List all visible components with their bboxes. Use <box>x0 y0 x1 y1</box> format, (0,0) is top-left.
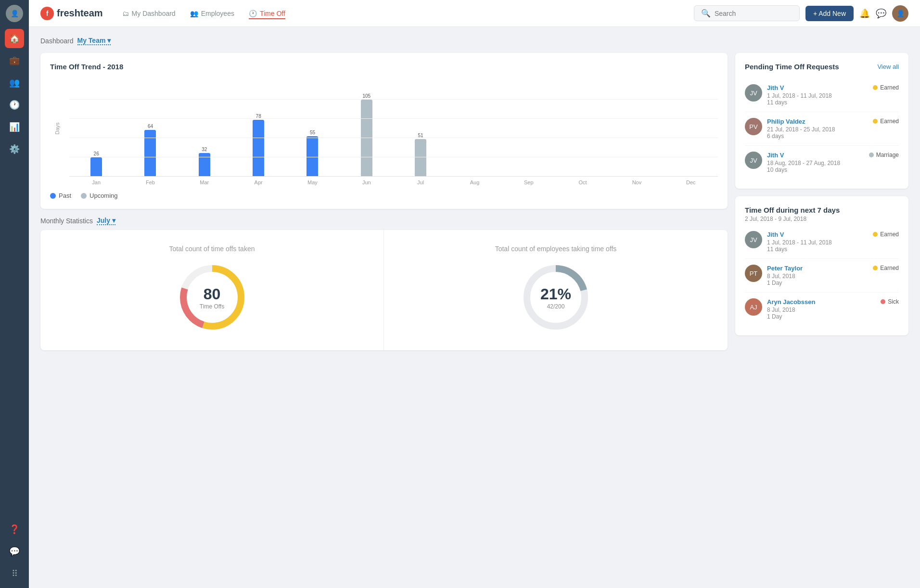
earned-dot-2 <box>873 119 878 124</box>
next7-header: Time Off during next 7 days 2 Jul, 2018 … <box>745 206 899 222</box>
sidebar-item-help[interactable]: ❓ <box>5 520 24 539</box>
next7-name-2[interactable]: Peter Taylor <box>767 265 868 272</box>
req-info-1: Jith V 1 Jul, 2018 - 11 Jul, 2018 11 day… <box>767 84 868 106</box>
employees-stat: Total count of employees taking time off… <box>384 230 728 350</box>
marriage-dot <box>869 153 874 157</box>
next7-name-3[interactable]: Aryn Jacobssen <box>767 298 876 306</box>
req-info-3: Jith V 18 Aug, 2018 - 27 Aug, 2018 10 da… <box>767 152 864 173</box>
timeoff-icon: 🕐 <box>249 10 257 17</box>
user-avatar[interactable]: 👤 <box>892 5 908 22</box>
next7-badge-3: Sick <box>881 298 899 305</box>
earned-dot-1 <box>873 85 878 90</box>
main-content: f freshteam 🗂 My Dashboard 👥 Employees 🕐… <box>29 0 920 588</box>
employees-donut-center: 21% 42/200 <box>540 285 571 309</box>
employees-donut-container: 21% 42/200 <box>517 259 594 336</box>
next7-date-3: 8 Jul, 2018 <box>767 307 876 313</box>
next7-avatar-2: PT <box>745 265 762 282</box>
logo-icon: f <box>40 7 54 20</box>
notifications-icon[interactable]: 🔔 <box>859 8 870 19</box>
next7-days-1: 11 days <box>767 246 868 253</box>
bar-group-apr: 78 <box>231 80 285 177</box>
logo: f freshteam <box>40 7 103 20</box>
search-input[interactable] <box>715 10 792 17</box>
next7-info-3: Aryn Jacobssen 8 Jul, 2018 1 Day <box>767 298 876 320</box>
req-days-3: 10 days <box>767 166 864 173</box>
bar-group-oct <box>556 80 610 177</box>
sidebar-item-home[interactable]: 🏠 <box>5 29 24 48</box>
req-badge-2: Earned <box>873 118 899 125</box>
bar-group-sep <box>502 80 556 177</box>
next7-item-1: JV Jith V 1 Jul, 2018 - 11 Jul, 2018 11 … <box>745 225 899 259</box>
sidebar-item-settings[interactable]: ⚙️ <box>5 140 24 159</box>
req-avatar-3: JV <box>745 152 762 169</box>
next7-earned-dot-2 <box>873 266 878 270</box>
req-name-1[interactable]: Jith V <box>767 84 868 91</box>
my-team-dropdown[interactable]: My Team ▾ <box>77 37 111 45</box>
sidebar-item-jobs[interactable]: 💼 <box>5 51 24 70</box>
bar-group-aug <box>447 80 501 177</box>
search-box[interactable]: 🔍 <box>694 5 800 21</box>
bar-group-mar: 32 <box>178 80 231 177</box>
next7-days-2: 1 Day <box>767 280 868 286</box>
sidebar-item-grid[interactable]: ⠿ <box>5 564 24 583</box>
chart-legend: Past Upcoming <box>50 192 718 199</box>
sick-dot <box>881 299 885 304</box>
nav-time-off[interactable]: 🕐 Time Off <box>249 8 285 19</box>
nav-employees[interactable]: 👥 Employees <box>190 8 234 19</box>
bar-group-dec <box>664 80 718 177</box>
next7-name-1[interactable]: Jith V <box>767 231 868 238</box>
x-label-nov: Nov <box>610 179 664 185</box>
bar-jun <box>361 100 372 177</box>
header-nav: 🗂 My Dashboard 👥 Employees 🕐 Time Off <box>122 8 684 19</box>
nav-my-dashboard[interactable]: 🗂 My Dashboard <box>122 8 176 19</box>
sidebar-item-reports[interactable]: 📊 <box>5 117 24 137</box>
bar-apr <box>253 120 264 177</box>
pending-header: Pending Time Off Requests View all <box>745 63 899 71</box>
time-offs-donut-container: 80 Time Offs <box>174 259 251 336</box>
past-dot <box>50 193 56 199</box>
x-label-jul: Jul <box>394 179 447 185</box>
bar-group-nov <box>610 80 664 177</box>
next7days-card: Time Off during next 7 days 2 Jul, 2018 … <box>735 196 908 335</box>
sidebar: 👤 🏠 💼 👥 🕐 📊 ⚙️ ❓ 💬 ⠿ <box>0 0 29 588</box>
view-all-pending[interactable]: View all <box>877 63 899 70</box>
bar-group-jan: 26 <box>69 80 123 177</box>
next7-date-1: 1 Jul, 2018 - 11 Jul, 2018 <box>767 239 868 246</box>
month-dropdown[interactable]: July ▾ <box>97 217 115 225</box>
monthly-stats-card: Total count of time offs taken <box>40 230 728 350</box>
sidebar-item-employees[interactable]: 👥 <box>5 73 24 92</box>
req-avatar-2: PV <box>745 118 762 135</box>
dashboard-label: Dashboard <box>40 37 74 45</box>
page-content: Dashboard My Team ▾ Time Off Trend - 201… <box>29 27 920 588</box>
req-badge-1: Earned <box>873 84 899 91</box>
x-label-mar: Mar <box>178 179 231 185</box>
legend-past: Past <box>50 192 71 199</box>
logo-text: freshteam <box>57 8 103 19</box>
req-days-2: 6 days <box>767 133 868 140</box>
sidebar-user-avatar[interactable]: 👤 <box>6 5 23 22</box>
bar-jul <box>415 139 426 177</box>
x-axis: Jan Feb Mar Apr May Jun Jul Aug Sep Oct <box>69 179 718 185</box>
chart-card: Time Off Trend - 2018 Days <box>40 53 728 209</box>
sidebar-item-timeoff[interactable]: 🕐 <box>5 95 24 115</box>
bar-group-jul: 51 <box>394 80 447 177</box>
next7-badge-1: Earned <box>873 231 899 238</box>
time-offs-stat: Total count of time offs taken <box>40 230 384 350</box>
x-label-oct: Oct <box>556 179 610 185</box>
req-info-2: Philip Valdez 21 Jul, 2018 - 25 Jul, 201… <box>767 118 868 140</box>
req-name-3[interactable]: Jith V <box>767 152 864 159</box>
x-label-jun: Jun <box>340 179 394 185</box>
next7-badge-2: Earned <box>873 265 899 271</box>
header: f freshteam 🗂 My Dashboard 👥 Employees 🕐… <box>29 0 920 27</box>
next7-info-1: Jith V 1 Jul, 2018 - 11 Jul, 2018 11 day… <box>767 231 868 253</box>
next7-days-3: 1 Day <box>767 313 876 320</box>
req-avatar-1: JV <box>745 84 762 102</box>
next7-avatar-1: JV <box>745 231 762 248</box>
add-new-button[interactable]: + Add New <box>805 6 854 21</box>
chat-icon[interactable]: 💬 <box>876 8 886 19</box>
sidebar-item-chat[interactable]: 💬 <box>5 542 24 561</box>
pending-requests-card: Pending Time Off Requests View all JV Ji… <box>735 53 908 189</box>
req-name-2[interactable]: Philip Valdez <box>767 118 868 125</box>
next7-date-2: 8 Jul, 2018 <box>767 273 868 280</box>
dashboard-header: Dashboard My Team ▾ <box>40 37 908 45</box>
